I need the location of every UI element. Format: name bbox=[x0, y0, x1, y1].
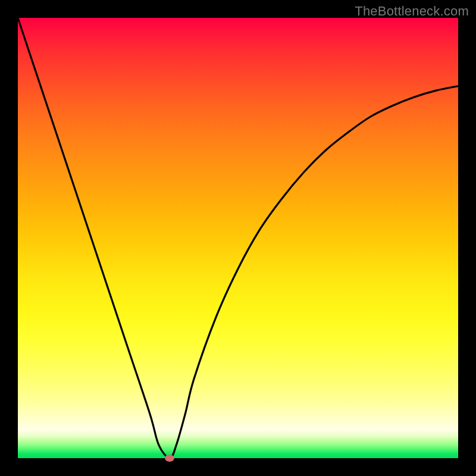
bottleneck-curve bbox=[18, 18, 458, 458]
plot-area bbox=[18, 18, 458, 458]
minimum-marker-icon bbox=[165, 455, 174, 462]
watermark-text: TheBottleneck.com bbox=[355, 4, 469, 19]
